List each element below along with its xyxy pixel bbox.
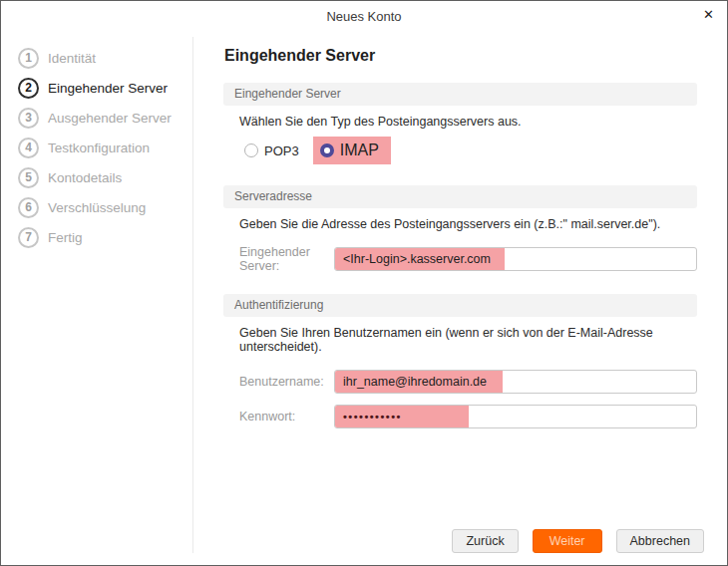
server-input-label: Eingehender Server: [239,245,334,273]
radio-option-pop3[interactable]: POP3 [244,143,299,158]
sidebar-item-ausgehender-server[interactable]: 3 Ausgehender Server [1,103,192,133]
incoming-server-value-highlighted: <Ihr-Login>.kasserver.com [335,248,505,270]
server-address-field-row: Eingehender Server: <Ihr-Login>.kasserve… [239,245,697,273]
wizard-steps-sidebar: 1 Identität 2 Eingehender Server 3 Ausge… [1,43,192,252]
sidebar-item-identitaet[interactable]: 1 Identität [1,43,192,73]
section-header-serveradresse: Serveradresse [223,185,697,208]
step-label: Eingehender Server [48,81,168,96]
step-label: Testkonfiguration [48,141,150,155]
username-input[interactable]: ihr_name@ihredomain.de [334,370,697,394]
step-label: Ausgehender Server [48,111,172,126]
authentication-description: Geben Sie Ihren Benutzernamen ein (wenn … [239,326,697,354]
password-field-row: Kennwort: ••••••••••• [239,405,697,428]
sidebar-item-fertig[interactable]: 7 Fertig [1,222,192,252]
step-number-badge: 3 [18,108,39,129]
radio-option-imap-highlighted[interactable]: IMAP [313,137,391,164]
step-number-badge: 7 [18,227,39,248]
username-field-row: Benutzername: ihr_name@ihredomain.de [239,370,697,394]
server-type-description: Wählen Sie den Typ des Posteingangsserve… [239,115,697,129]
server-type-radio-group: POP3 IMAP [244,137,697,164]
title-bar: Neues Konto ✕ [1,1,727,31]
back-button[interactable]: Zurück [452,529,518,553]
section-header-eingehender-server: Eingehender Server [223,83,697,106]
sidebar-item-testkonfiguration[interactable]: 4 Testkonfiguration [1,133,192,162]
step-label: Identität [48,51,96,66]
incoming-server-input[interactable]: <Ihr-Login>.kasserver.com [334,247,697,271]
step-number-badge: 2 [18,78,39,99]
radio-label-imap: IMAP [340,142,379,159]
sidebar-item-kontodetails[interactable]: 5 Kontodetails [1,162,192,192]
radio-icon-imap-selected[interactable] [320,143,334,157]
page-title: Eingehender Server [224,47,697,65]
close-icon[interactable]: ✕ [703,8,714,21]
step-number-badge: 5 [18,167,39,188]
main-content: Eingehender Server Eingehender Server Wä… [193,37,727,565]
footer-button-bar: Zurück Weiter Abbrechen [452,529,704,553]
window-title: Neues Konto [326,9,401,24]
step-number-badge: 6 [18,197,39,218]
radio-label-pop3: POP3 [264,143,299,158]
step-number-badge: 4 [18,138,39,158]
password-input-label: Kennwort: [239,410,334,424]
password-value-highlighted: ••••••••••• [335,406,469,427]
next-button[interactable]: Weiter [533,529,602,553]
step-label: Verschlüsselung [48,200,146,215]
username-value-highlighted: ihr_name@ihredomain.de [335,371,503,393]
password-input[interactable]: ••••••••••• [334,405,697,428]
sidebar-item-verschluesselung[interactable]: 6 Verschlüsselung [1,192,192,222]
username-input-label: Benutzername: [239,375,334,389]
section-header-authentifizierung: Authentifizierung [223,294,697,317]
step-number-badge: 1 [18,48,39,69]
server-address-description: Geben Sie die Adresse des Posteingangsse… [239,217,697,231]
cancel-button[interactable]: Abbrechen [616,529,704,553]
radio-icon-pop3[interactable] [244,143,258,157]
step-label: Kontodetails [48,170,122,185]
sidebar-item-eingehender-server[interactable]: 2 Eingehender Server [1,73,192,103]
step-label: Fertig [48,230,83,245]
